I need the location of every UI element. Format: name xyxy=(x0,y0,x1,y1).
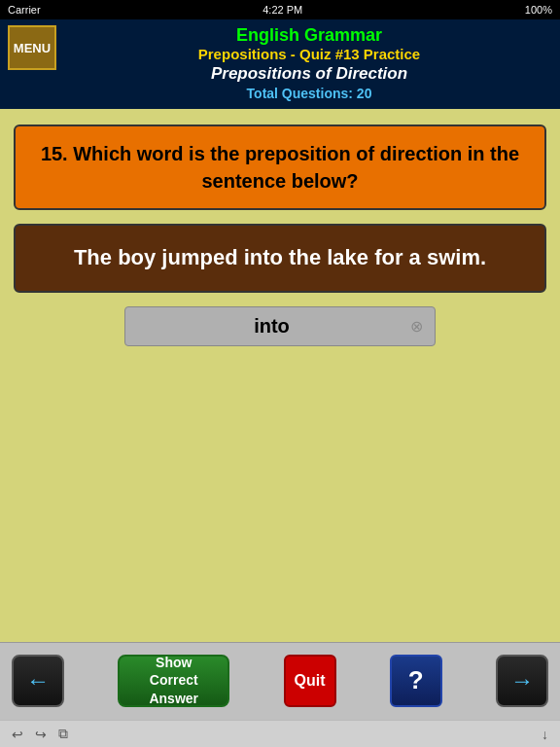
clear-icon[interactable]: ⊗ xyxy=(410,317,423,336)
sentence-box: The boy jumped into the lake for a swim. xyxy=(14,224,546,293)
total-questions: Total Questions: 20 xyxy=(68,86,550,101)
system-bar: ↩ ↪ ⧉ ↓ xyxy=(0,720,560,747)
question-box: 15. Which word is the preposition of dir… xyxy=(14,124,546,210)
header-text: English Grammar Prepositions - Quiz #13 … xyxy=(68,25,550,101)
status-bar: Carrier 4:22 PM 100% xyxy=(0,0,560,19)
undo-icon[interactable]: ↩ xyxy=(12,727,23,742)
copy-icon[interactable]: ⧉ xyxy=(58,726,68,742)
answer-area: ⊗ xyxy=(14,306,546,346)
collapse-icon[interactable]: ↓ xyxy=(542,727,548,742)
forward-button[interactable]: → xyxy=(496,655,548,707)
bottom-toolbar: ← ShowCorrect Answer Quit ? → xyxy=(0,642,560,720)
main-content: 15. Which word is the preposition of dir… xyxy=(0,109,560,642)
question-text: 15. Which word is the preposition of dir… xyxy=(33,140,527,195)
back-button[interactable]: ← xyxy=(12,655,64,707)
show-correct-label: ShowCorrect Answer xyxy=(131,654,216,707)
time-label: 4:22 PM xyxy=(262,4,302,16)
system-icons-left: ↩ ↪ ⧉ xyxy=(12,726,68,742)
topic-title: Prepositions of Direction xyxy=(68,64,550,84)
app-title: English Grammar xyxy=(68,25,550,46)
show-correct-button[interactable]: ShowCorrect Answer xyxy=(118,655,229,707)
answer-input[interactable] xyxy=(137,315,406,338)
help-button[interactable]: ? xyxy=(390,655,442,707)
quit-label: Quit xyxy=(295,672,326,690)
quit-button[interactable]: Quit xyxy=(284,655,336,707)
sentence-text: The boy jumped into the lake for a swim. xyxy=(33,243,527,273)
carrier-label: Carrier xyxy=(8,4,41,16)
back-arrow-icon: ← xyxy=(26,667,50,694)
forward-arrow-icon: → xyxy=(510,667,534,694)
menu-button[interactable]: MENU xyxy=(8,25,56,70)
battery-label: 100% xyxy=(525,4,552,16)
quiz-subtitle: Prepositions - Quiz #13 Practice xyxy=(68,46,550,62)
answer-input-wrapper[interactable]: ⊗ xyxy=(124,306,436,346)
redo-icon[interactable]: ↪ xyxy=(35,727,47,742)
help-icon: ? xyxy=(408,665,424,695)
header: MENU English Grammar Prepositions - Quiz… xyxy=(0,19,560,109)
